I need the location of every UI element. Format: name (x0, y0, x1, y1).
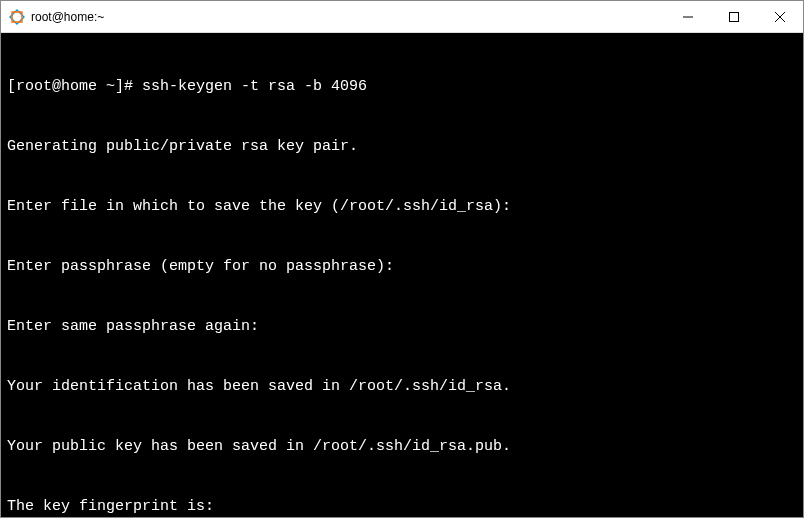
svg-rect-3 (730, 12, 739, 21)
output-line: Your identification has been saved in /r… (7, 377, 797, 397)
output-line: Enter file in which to save the key (/ro… (7, 197, 797, 217)
window-controls (665, 1, 803, 32)
command-text: ssh-keygen -t rsa -b 4096 (142, 78, 367, 95)
terminal-body[interactable]: [root@home ~]# ssh-keygen -t rsa -b 4096… (1, 33, 803, 517)
minimize-button[interactable] (665, 1, 711, 32)
titlebar[interactable]: root@home:~ (1, 1, 803, 33)
window-title: root@home:~ (31, 10, 665, 24)
output-line: Your public key has been saved in /root/… (7, 437, 797, 457)
app-icon (9, 9, 25, 25)
output-line: Enter passphrase (empty for no passphras… (7, 257, 797, 277)
prompt-line: [root@home ~]# ssh-keygen -t rsa -b 4096 (7, 77, 797, 97)
output-line: Generating public/private rsa key pair. (7, 137, 797, 157)
shell-prompt: [root@home ~]# (7, 78, 133, 95)
maximize-button[interactable] (711, 1, 757, 32)
terminal-window: root@home:~ [root@home ~]# ssh-keygen -t… (0, 0, 804, 518)
minimize-icon (683, 12, 693, 22)
svg-marker-1 (9, 9, 25, 25)
close-button[interactable] (757, 1, 803, 32)
output-line: The key fingerprint is: (7, 497, 797, 517)
close-icon (775, 12, 785, 22)
output-line: Enter same passphrase again: (7, 317, 797, 337)
maximize-icon (729, 12, 739, 22)
